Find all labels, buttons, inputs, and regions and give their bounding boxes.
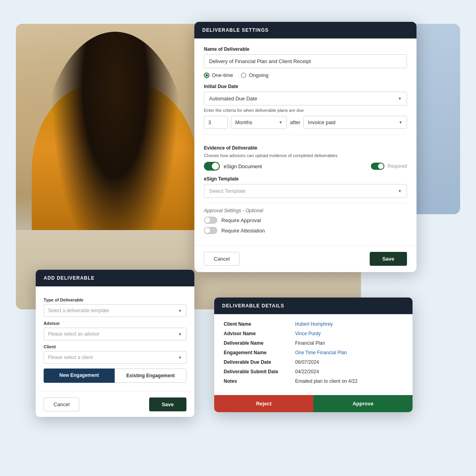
require-approval-label: Require Approval — [221, 217, 261, 223]
client-label: Client — [44, 344, 186, 349]
notes-key: Notes — [224, 378, 295, 384]
esign-label: eSign Document — [224, 163, 262, 169]
esign-toggle-row: eSign Document Required — [204, 162, 407, 171]
deliverable-settings-header: DELIVERABLE SETTINGS — [194, 22, 416, 38]
criteria-event-dropdown[interactable]: Invoice paid ▼ — [303, 116, 407, 129]
submit-date-row: Deliverable Submit Date 04/22/2024 — [224, 369, 403, 374]
required-toggle[interactable] — [371, 163, 384, 170]
add-del-cancel-button[interactable]: Cancel — [44, 397, 79, 411]
radio-dot-ongoing — [241, 73, 246, 78]
radio-ongoing[interactable]: Ongoing — [241, 72, 268, 78]
approve-button[interactable]: Approve — [313, 395, 413, 412]
add-deliverable-footer: Cancel Save — [36, 392, 194, 417]
deliverable-name-value: Financial Plan — [295, 340, 325, 346]
evidence-label: Evidence of Deliverable — [204, 145, 407, 151]
advisor-name-row: Advisor Name Vince Purdy — [224, 331, 403, 336]
type-radio-group: One-time Ongoing — [204, 72, 407, 78]
required-label: Required — [388, 163, 407, 169]
details-footer: Reject Approve — [214, 395, 413, 412]
criteria-number-input[interactable] — [204, 116, 228, 129]
deliverable-details-header: DELIVERABLE DETAILS — [214, 298, 413, 314]
add-deliverable-body: Type of Deliverable Select a deliverable… — [36, 286, 194, 392]
deliverable-details-modal: DELIVERABLE DETAILS Client Name Hubert H… — [214, 298, 413, 412]
chevron-down-icon: ▼ — [178, 355, 182, 360]
name-of-deliverable-label: Name of Deliverable — [204, 46, 407, 52]
initial-due-date-dropdown[interactable]: Automated Due Date ▼ — [204, 92, 407, 106]
chevron-down-icon: ▼ — [398, 189, 402, 193]
chevron-down-icon: ▼ — [178, 309, 182, 313]
required-toggle-right: Required — [371, 163, 407, 170]
esign-toggle-left: eSign Document — [204, 162, 262, 171]
esign-template-section: eSign Template Select Template ▼ — [204, 176, 407, 198]
evidence-helper: Choose how advisors can upload evidence … — [204, 153, 407, 158]
tab-existing-engagement[interactable]: Existing Engagement — [115, 369, 186, 383]
type-dropdown[interactable]: Select a deliverable template ▼ — [44, 304, 186, 317]
evidence-section: Evidence of Deliverable Choose how advis… — [204, 134, 407, 171]
approval-label: Approval Settings - Optional — [204, 208, 407, 213]
require-approval-row: Require Approval — [204, 217, 407, 224]
engagement-name-key: Engagement Name — [224, 350, 295, 355]
due-date-value: 06/07/2024 — [295, 359, 319, 365]
criteria-row: Months ▼ after Invoice paid ▼ — [204, 116, 407, 129]
engagement-name-value[interactable]: One Time Financial Plan — [295, 350, 347, 355]
esign-template-dropdown[interactable]: Select Template ▼ — [204, 184, 407, 198]
due-date-row: Deliverable Due Date 06/07/2024 — [224, 359, 403, 365]
notes-row: Notes Emailed plan to client on 4/22 — [224, 378, 403, 384]
deliverable-settings-modal: DELIVERABLE SETTINGS Name of Deliverable… — [194, 22, 416, 272]
esign-template-label: eSign Template — [204, 176, 407, 182]
save-button[interactable]: Save — [370, 252, 407, 266]
criteria-unit-dropdown[interactable]: Months ▼ — [231, 116, 287, 129]
advisor-name-key: Advisor Name — [224, 331, 295, 336]
client-name-row: Client Name Hubert Humphrey — [224, 321, 403, 327]
require-attestation-row: Require Attestation — [204, 227, 407, 234]
chevron-down-icon: ▼ — [178, 332, 182, 336]
esign-toggle[interactable] — [204, 162, 220, 171]
add-deliverable-header: ADD DELIVERABLE — [36, 270, 194, 286]
advisor-name-value[interactable]: Vince Purdy — [295, 331, 321, 336]
deliverable-details-body: Client Name Hubert Humphrey Advisor Name… — [214, 314, 413, 395]
require-approval-toggle[interactable] — [204, 217, 217, 224]
after-text: after — [290, 119, 300, 125]
approval-section: Approval Settings - Optional Require App… — [204, 203, 407, 234]
notes-value: Emailed plan to client on 4/22 — [295, 378, 357, 384]
deliverable-name-row: Deliverable Name Financial Plan — [224, 340, 403, 346]
engagement-tab-group: New Engagement Existing Engagement — [44, 369, 186, 383]
submit-date-value: 04/22/2024 — [295, 369, 319, 374]
initial-due-date-label: Initial Due Date — [204, 84, 407, 89]
add-del-save-button[interactable]: Save — [149, 397, 186, 411]
type-label: Type of Deliverable — [44, 298, 186, 302]
chevron-down-icon: ▼ — [278, 120, 282, 125]
client-name-value[interactable]: Hubert Humphrey — [295, 321, 333, 327]
require-attestation-toggle[interactable] — [204, 227, 217, 234]
advisor-dropdown[interactable]: Please select an advisor ▼ — [44, 328, 186, 340]
chevron-down-icon: ▼ — [398, 96, 402, 101]
add-deliverable-modal: ADD DELIVERABLE Type of Deliverable Sele… — [36, 270, 194, 417]
deliverable-name-key: Deliverable Name — [224, 340, 295, 346]
reject-button[interactable]: Reject — [214, 395, 313, 412]
advisor-label: Advisor — [44, 321, 186, 326]
radio-dot-onetime — [204, 73, 209, 78]
settings-modal-footer: Cancel Save — [194, 245, 416, 272]
cancel-button[interactable]: Cancel — [204, 252, 240, 266]
engagement-name-row: Engagement Name One Time Financial Plan — [224, 350, 403, 355]
due-date-key: Deliverable Due Date — [224, 359, 295, 365]
criteria-helper-text: Enter the criteria for when deliverable … — [204, 108, 407, 113]
radio-onetime[interactable]: One-time — [204, 72, 233, 78]
require-attestation-label: Require Attestation — [221, 228, 265, 234]
client-name-key: Client Name — [224, 321, 295, 327]
name-of-deliverable-input[interactable] — [204, 54, 407, 68]
chevron-down-icon: ▼ — [399, 120, 403, 125]
submit-date-key: Deliverable Submit Date — [224, 369, 295, 374]
tab-new-engagement[interactable]: New Engagement — [44, 369, 115, 383]
client-dropdown[interactable]: Please select a client ▼ — [44, 351, 186, 364]
